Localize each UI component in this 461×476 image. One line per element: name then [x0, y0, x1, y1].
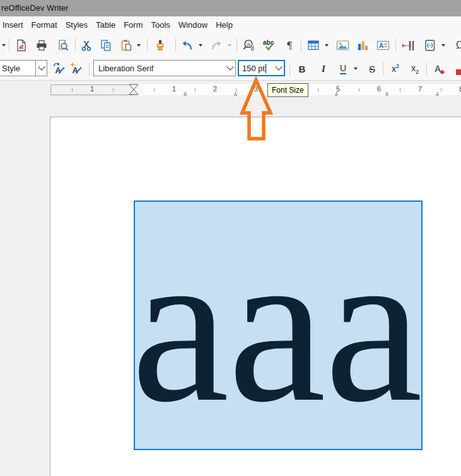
underline-dropdown-caret-icon[interactable] [352, 61, 359, 77]
insert-table-icon [307, 39, 320, 52]
menu-help[interactable]: Help [216, 20, 233, 30]
paste-icon [120, 39, 132, 52]
toolbar-separator [426, 62, 427, 76]
underline-icon: U [340, 64, 346, 74]
svg-text:d: d [251, 45, 254, 52]
undo-button[interactable] [179, 37, 195, 54]
copy-button[interactable] [98, 37, 114, 54]
menu-window[interactable]: Window [178, 20, 207, 30]
insert-image-button[interactable] [334, 37, 351, 54]
ruler-tab-stop[interactable] [385, 92, 388, 95]
ruler-margin-number: 1 [90, 85, 94, 93]
font-name-combobox[interactable]: Liberation Serif [93, 60, 236, 76]
cut-button[interactable] [79, 37, 95, 54]
underline-button[interactable]: U [335, 61, 351, 77]
insert-table-button[interactable] [305, 37, 322, 54]
new-style-icon: A [69, 62, 83, 76]
paragraph-style-combobox[interactable]: Style [0, 60, 47, 76]
ruler-tab-stop[interactable] [335, 92, 338, 95]
insert-field-button[interactable] [421, 37, 439, 54]
pilcrow-icon: ¶ [287, 39, 292, 52]
writer-window: reOfficeDev Writer Insert Format Styles … [0, 0, 461, 476]
indent-marker-icon[interactable] [128, 84, 141, 95]
new-style-button[interactable]: A [69, 61, 84, 77]
toolbar-separator [89, 62, 90, 76]
superscript-button[interactable]: x2 [387, 61, 404, 77]
menu-insert[interactable]: Insert [3, 20, 23, 30]
ruler-tick [441, 88, 441, 91]
menu-format[interactable]: Format [32, 20, 57, 30]
export-pdf-button[interactable] [13, 37, 30, 54]
insert-text-box-button[interactable]: A [374, 37, 392, 54]
spelling-button[interactable]: abc [260, 37, 278, 54]
ruler-tick [236, 88, 236, 91]
toolbar-separator [147, 38, 148, 52]
paste-button[interactable] [118, 37, 134, 54]
find-and-replace-button[interactable]: a d [240, 37, 258, 54]
insert-text-box-icon: A [376, 39, 390, 52]
subscript-button[interactable]: x2 [406, 61, 424, 77]
formatting-marks-button[interactable]: ¶ [281, 37, 298, 54]
insert-field-icon [424, 39, 436, 52]
ruler-tab-stop[interactable] [234, 92, 237, 95]
document-text[interactable]: aaa [131, 200, 428, 450]
print-preview-button[interactable] [55, 37, 71, 54]
bold-button[interactable]: B [294, 61, 310, 77]
update-style-button[interactable]: A [52, 61, 67, 77]
ruler-number: 7 [418, 85, 422, 93]
bold-icon: B [299, 64, 306, 74]
new-document-dropdown-caret-icon[interactable] [0, 37, 8, 54]
print-button[interactable] [33, 37, 50, 54]
clear-formatting-button[interactable]: A [431, 61, 448, 77]
insert-table-dropdown-caret-icon[interactable] [323, 37, 330, 54]
insert-field-dropdown-caret-icon[interactable] [440, 37, 447, 54]
ruler[interactable]: 123456781 [50, 84, 461, 95]
clone-formatting-button[interactable] [151, 37, 169, 54]
ruler-number: 1 [172, 85, 176, 93]
clear-formatting-icon: A [433, 62, 446, 76]
insert-page-break-button[interactable] [399, 37, 418, 54]
export-pdf-icon [15, 39, 28, 52]
svg-text:a: a [247, 41, 250, 47]
ruler-tick [400, 88, 400, 91]
window-title: reOfficeDev Writer [1, 3, 68, 13]
toolbar-separator [75, 38, 76, 52]
formatting-toolbar: Style A A Liberation Serif [0, 57, 461, 80]
menu-styles[interactable]: Styles [66, 20, 88, 30]
paragraph-style-dropdown-icon[interactable] [35, 61, 47, 76]
ruler-number: 3 [254, 85, 258, 93]
ruler-number: 2 [213, 85, 217, 93]
menu-table[interactable]: Table [96, 20, 115, 30]
redo-button-disabled[interactable] [208, 37, 225, 54]
ruler-tab-stop[interactable] [184, 92, 187, 95]
menu-form[interactable]: Form [124, 20, 143, 30]
font-color-bar-icon-partial[interactable] [456, 69, 461, 75]
toolbar-separator [9, 38, 9, 52]
text-cursor [266, 64, 266, 73]
copy-icon [100, 39, 112, 52]
font-name-dropdown-icon[interactable] [225, 61, 235, 76]
insert-special-character-button[interactable]: Ω [452, 37, 461, 54]
ruler-tick [195, 88, 195, 91]
redo-dropdown-caret-icon[interactable] [226, 37, 233, 54]
ruler-tab-stop[interactable] [436, 92, 439, 95]
font-size-value: 150 pt [239, 64, 265, 73]
subscript-icon: x2 [411, 62, 419, 75]
toolbar-separator [175, 38, 176, 52]
italic-button[interactable]: I [315, 61, 332, 77]
print-preview-icon [57, 39, 69, 52]
paste-dropdown-caret-icon[interactable] [135, 37, 143, 54]
menu-tools[interactable]: Tools [151, 20, 170, 30]
undo-dropdown-caret-icon[interactable] [197, 37, 204, 54]
standard-toolbar: a d abc ¶ [0, 33, 461, 57]
text-selection-highlight[interactable]: aaa [134, 200, 423, 450]
menu-bar: Insert Format Styles Table Form Tools Wi… [0, 16, 461, 33]
find-and-replace-icon: a d [242, 38, 256, 52]
redo-icon [210, 39, 223, 52]
strikethrough-button[interactable]: S [364, 61, 380, 77]
font-size-combobox[interactable]: 150 pt [238, 60, 285, 76]
toolbar-separator [236, 38, 237, 52]
insert-image-icon [336, 39, 349, 52]
insert-chart-button[interactable] [354, 37, 371, 54]
font-size-dropdown-icon[interactable] [273, 61, 284, 75]
